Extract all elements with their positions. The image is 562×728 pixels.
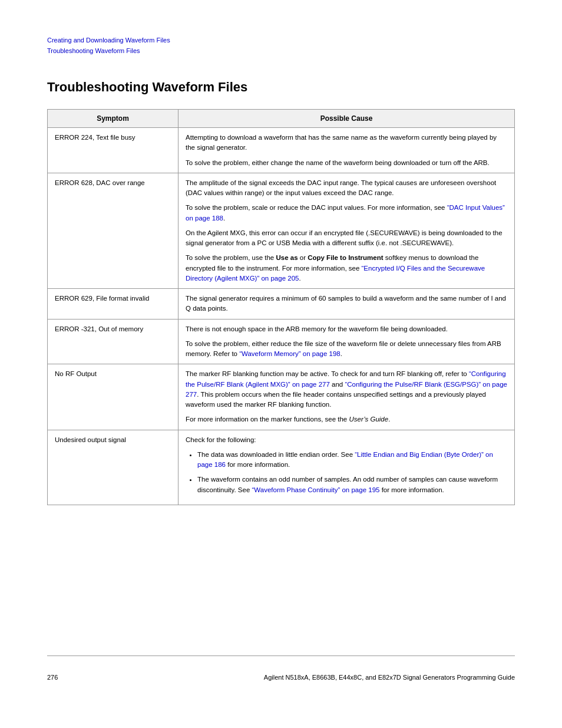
- cause-paragraph: There is not enough space in the ARB mem…: [186, 324, 507, 334]
- inline-link[interactable]: “DAC Input Values” on page 188: [186, 204, 505, 221]
- cause-cell: Attempting to download a waveform that h…: [178, 128, 515, 173]
- cause-paragraph: The signal generator requires a minimum …: [186, 294, 507, 314]
- cause-paragraph: To solve the problem, either change the …: [186, 158, 507, 168]
- main-table: Symptom Possible Cause ERROR 224, Text f…: [47, 109, 515, 505]
- cause-paragraph: Attempting to download a waveform that h…: [186, 133, 507, 153]
- cause-paragraph: The marker RF blanking function may be a…: [186, 369, 507, 410]
- page-title: Troubleshooting Waveform Files: [47, 80, 515, 95]
- list-item: The data was downloaded in little endian…: [197, 450, 507, 470]
- symptom-cell: ERROR 224, Text file busy: [48, 128, 178, 173]
- bold-text: Use as: [276, 254, 297, 261]
- table-row: ERROR 628, DAC over rangeThe amplitude o…: [48, 173, 515, 288]
- cause-paragraph: For more information on the marker funct…: [186, 414, 507, 424]
- symptom-cell: No RF Output: [48, 364, 178, 430]
- bullet-list: The data was downloaded in little endian…: [186, 450, 507, 495]
- cause-paragraph: To solve the problem, scale or reduce th…: [186, 203, 507, 223]
- breadcrumb-area: Creating and Downloading Waveform Files …: [47, 35, 515, 56]
- cause-paragraph: On the Agilent MXG, this error can occur…: [186, 228, 507, 249]
- inline-link[interactable]: “Little Endian and Big Endian (Byte Orde…: [197, 451, 493, 468]
- col-symptom-header: Symptom: [48, 110, 178, 128]
- cause-cell: Check for the following:The data was dow…: [178, 430, 515, 505]
- page-footer: 276 Agilent N518xA, E8663B, E44x8C, and …: [47, 655, 515, 681]
- italic-text: User’s Guide: [349, 416, 388, 423]
- footer-title: Agilent N518xA, E8663B, E44x8C, and E82x…: [264, 674, 515, 681]
- table-row: No RF OutputThe marker RF blanking funct…: [48, 364, 515, 430]
- table-row: ERROR 224, Text file busyAttempting to d…: [48, 128, 515, 173]
- inline-link[interactable]: “Waveform Memory” on page 198: [239, 350, 340, 357]
- table-row: Undesired output signalCheck for the fol…: [48, 430, 515, 505]
- bold-text: Copy File to Instrument: [308, 254, 383, 261]
- symptom-cell: ERROR 629, File format invalid: [48, 289, 178, 319]
- symptom-cell: Undesired output signal: [48, 430, 178, 505]
- breadcrumb-link-1[interactable]: Creating and Downloading Waveform Files: [47, 35, 515, 46]
- cause-paragraph: Check for the following:: [186, 435, 507, 445]
- col-cause-header: Possible Cause: [178, 110, 515, 128]
- inline-link[interactable]: “Waveform Phase Continuity” on page 195: [252, 486, 380, 493]
- cause-cell: The marker RF blanking function may be a…: [178, 364, 515, 430]
- table-row: ERROR -321, Out of memoryThere is not en…: [48, 319, 515, 364]
- cause-cell: There is not enough space in the ARB mem…: [178, 319, 515, 364]
- cause-paragraph: To solve the problem, either reduce the …: [186, 339, 507, 360]
- page-container: Creating and Downloading Waveform Files …: [0, 0, 562, 728]
- cause-paragraph: The amplitude of the signal exceeds the …: [186, 178, 507, 199]
- cause-paragraph: To solve the problem, use the Use as or …: [186, 253, 507, 284]
- breadcrumb-link-2[interactable]: Troubleshooting Waveform Files: [47, 46, 515, 57]
- cause-cell: The amplitude of the signal exceeds the …: [178, 173, 515, 288]
- cause-cell: The signal generator requires a minimum …: [178, 289, 515, 319]
- list-item: The waveform contains an odd number of s…: [197, 475, 507, 495]
- symptom-cell: ERROR 628, DAC over range: [48, 173, 178, 288]
- table-row: ERROR 629, File format invalidThe signal…: [48, 289, 515, 319]
- inline-link[interactable]: “Encrypted I/Q Files and the Securewave …: [186, 265, 485, 282]
- symptom-cell: ERROR -321, Out of memory: [48, 319, 178, 364]
- page-number: 276: [47, 674, 58, 681]
